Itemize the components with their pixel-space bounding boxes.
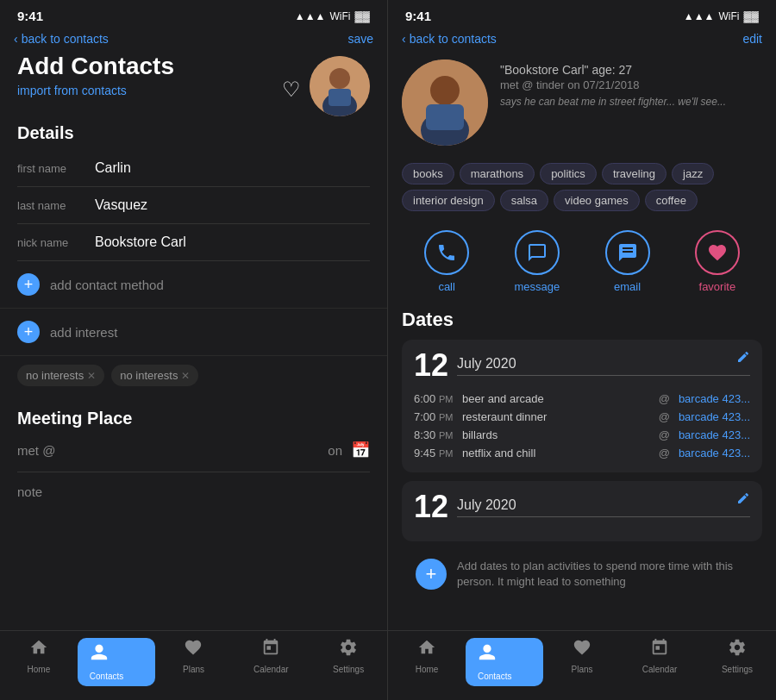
tag-salsa[interactable]: salsa bbox=[500, 190, 548, 211]
add-dates-row: + Add dates to plan activities to spend … bbox=[402, 550, 762, 598]
calendar-icon[interactable]: 📅 bbox=[351, 441, 370, 459]
event-time-3: 8:30 PM bbox=[414, 428, 457, 441]
date-card-2: 12 July 2020 bbox=[402, 481, 762, 541]
call-button[interactable]: call bbox=[424, 230, 469, 293]
battery-icon: ▓▓ bbox=[355, 10, 371, 22]
tab-calendar-right[interactable]: Calendar bbox=[621, 638, 698, 686]
event-place-1[interactable]: barcade 423... bbox=[679, 392, 750, 405]
page-title: Add Contacts bbox=[17, 53, 174, 82]
add-interest-icon: + bbox=[17, 321, 40, 343]
tag-jazz[interactable]: jazz bbox=[672, 163, 714, 184]
add-contacts-header: Add Contacts import from contacts ♡ bbox=[0, 53, 387, 116]
tab-contacts-right[interactable]: Contacts bbox=[466, 638, 543, 686]
edit-button[interactable]: edit bbox=[742, 32, 762, 46]
tab-home-left[interactable]: Home bbox=[0, 638, 78, 686]
home-icon-right bbox=[417, 638, 436, 662]
add-interest-row[interactable]: + add interest bbox=[0, 309, 387, 356]
status-time-left: 9:41 bbox=[17, 9, 43, 23]
add-contact-method-icon: + bbox=[17, 273, 40, 296]
profile-photo-right bbox=[402, 59, 488, 146]
add-dates-text: Add dates to plan activities to spend mo… bbox=[457, 559, 748, 590]
contacts-icon-left bbox=[90, 645, 109, 666]
event-desc-4: netflix and chill bbox=[462, 447, 650, 459]
signal-icon: ▲▲▲ bbox=[295, 10, 326, 22]
message-button[interactable]: message bbox=[514, 230, 560, 293]
profile-photo-left bbox=[310, 56, 370, 116]
event-time-1: 6:00 PM bbox=[414, 392, 457, 405]
add-dates-button[interactable]: + bbox=[416, 559, 447, 590]
met-at-input[interactable] bbox=[64, 443, 319, 458]
tab-contacts-left[interactable]: Contacts bbox=[78, 638, 155, 686]
tab-home-right[interactable]: Home bbox=[388, 638, 466, 686]
tab-bar-right: Home Contacts Plans C bbox=[388, 630, 776, 700]
tag-video-games[interactable]: video games bbox=[554, 190, 640, 211]
date-edit-2[interactable] bbox=[736, 491, 750, 509]
tab-calendar-label-left: Calendar bbox=[253, 665, 289, 674]
tab-settings-left[interactable]: Settings bbox=[310, 638, 387, 686]
favorite-button[interactable]: favorite bbox=[695, 230, 740, 293]
profile-meta: met @ tinder on 07/21/2018 bbox=[500, 78, 762, 91]
action-buttons: call message email bbox=[388, 218, 776, 302]
on-label: on bbox=[328, 443, 342, 458]
event-time-4: 9:45 PM bbox=[414, 447, 457, 459]
svg-point-1 bbox=[329, 68, 350, 89]
meeting-section: Meeting Place met @ on 📅 note bbox=[0, 395, 387, 519]
calendar-tab-icon-right bbox=[650, 638, 669, 662]
meeting-row: met @ on 📅 bbox=[17, 441, 370, 472]
wifi-icon-right: WiFi bbox=[719, 10, 740, 22]
tag-books[interactable]: books bbox=[402, 163, 454, 184]
email-button[interactable]: email bbox=[605, 230, 650, 293]
tab-plans-label-right: Plans bbox=[571, 665, 592, 674]
import-from-contacts[interactable]: import from contacts bbox=[17, 82, 174, 97]
battery-icon-right: ▓▓ bbox=[744, 10, 760, 22]
add-interest-label: add interest bbox=[50, 325, 117, 340]
tag-close-2[interactable]: ✕ bbox=[181, 370, 190, 382]
heart-icon[interactable]: ♡ bbox=[282, 78, 301, 102]
tab-settings-label-right: Settings bbox=[722, 665, 753, 674]
back-to-contacts-right[interactable]: ‹ back to contacts bbox=[402, 32, 497, 46]
tag-marathons[interactable]: marathons bbox=[460, 163, 535, 184]
event-place-4[interactable]: barcade 423... bbox=[679, 447, 750, 459]
nick-name-value[interactable]: Bookstore Carl bbox=[95, 234, 370, 250]
tag-traveling[interactable]: traveling bbox=[602, 163, 666, 184]
details-title: Details bbox=[0, 116, 387, 150]
meeting-title: Meeting Place bbox=[17, 409, 370, 428]
event-row-1: 6:00 PM beer and arcade @ barcade 423... bbox=[414, 390, 750, 408]
tab-plans-right[interactable]: Plans bbox=[543, 638, 621, 686]
settings-icon-right bbox=[728, 638, 747, 662]
tab-plans-left[interactable]: Plans bbox=[155, 638, 233, 686]
back-to-contacts-left[interactable]: ‹ back to contacts bbox=[14, 32, 109, 46]
tab-settings-right[interactable]: Settings bbox=[698, 638, 776, 686]
first-name-value[interactable]: Carlin bbox=[95, 160, 370, 176]
tab-calendar-left[interactable]: Calendar bbox=[232, 638, 310, 686]
last-name-value[interactable]: Vasquez bbox=[95, 197, 370, 213]
event-place-3[interactable]: barcade 423... bbox=[679, 428, 750, 441]
chevron-left-icon: ‹ bbox=[14, 32, 18, 46]
date-edit-1[interactable] bbox=[736, 350, 750, 368]
add-contact-method-row[interactable]: + add contact method bbox=[0, 261, 387, 309]
tag-interior-design[interactable]: interior design bbox=[402, 190, 495, 211]
form-section: first name Carlin last name Vasquez nick… bbox=[0, 150, 387, 261]
nav-bar-right: ‹ back to contacts edit bbox=[388, 27, 776, 53]
contacts-icon-right bbox=[478, 645, 497, 666]
date-number-2: 12 bbox=[414, 491, 448, 522]
favorite-label: favorite bbox=[699, 280, 736, 293]
tag-close-1[interactable]: ✕ bbox=[87, 370, 96, 382]
settings-icon-left bbox=[339, 638, 358, 662]
dates-title: Dates bbox=[402, 309, 762, 331]
date-month-1: July 2020 bbox=[457, 356, 750, 376]
right-profile-area: "Bookstore Carl" age: 27 met @ tinder on… bbox=[388, 53, 776, 156]
save-button[interactable]: save bbox=[347, 32, 373, 46]
event-row-2: 7:00 PM resteraunt dinner @ barcade 423.… bbox=[414, 408, 750, 426]
date-month-2: July 2020 bbox=[457, 497, 750, 517]
profile-note: says he can beat me in street fighter...… bbox=[500, 95, 762, 109]
tab-home-label-left: Home bbox=[28, 665, 51, 674]
tab-contacts-active-right: Contacts bbox=[466, 638, 543, 686]
nav-bar-left: ‹ back to contacts save bbox=[0, 27, 387, 53]
tab-contacts-active-left: Contacts bbox=[78, 638, 155, 686]
tag-politics[interactable]: politics bbox=[540, 163, 597, 184]
event-at-3: @ bbox=[659, 428, 670, 441]
home-icon-left bbox=[29, 638, 48, 662]
event-place-2[interactable]: barcade 423... bbox=[679, 410, 750, 423]
tag-coffee[interactable]: coffee bbox=[645, 190, 698, 211]
